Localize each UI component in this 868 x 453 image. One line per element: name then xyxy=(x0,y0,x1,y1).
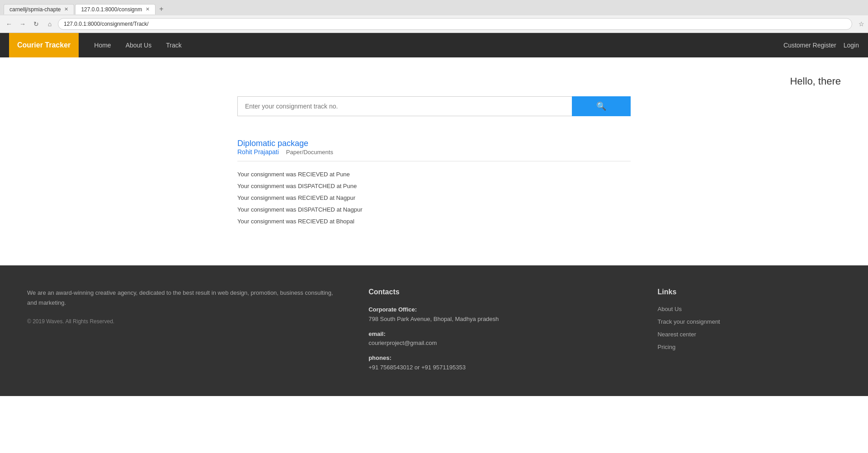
footer-link-pricing[interactable]: Pricing xyxy=(657,344,675,350)
list-item: Your consignment was RECIEVED at Nagpur xyxy=(237,192,631,204)
footer-link-nearest-center[interactable]: Nearest center xyxy=(657,331,696,338)
back-button[interactable]: ← xyxy=(4,19,14,29)
reload-button[interactable]: ↻ xyxy=(31,19,42,29)
footer-about-text: We are an award-winning creative agency,… xyxy=(27,288,341,308)
navbar: Courier Tracker Home About Us Track Cust… xyxy=(0,33,868,57)
tab-bar: carnellj/spmia-chapte ✕ 127.0.0.1:8000/c… xyxy=(0,0,868,15)
new-tab-button[interactable]: + xyxy=(156,5,166,13)
navbar-right: Customer Register Login xyxy=(783,42,859,49)
tab-inactive[interactable]: carnellj/spmia-chapte ✕ xyxy=(4,4,74,14)
list-item: Your consignment was RECIEVED at Bhopal xyxy=(237,216,631,227)
phone-info: phones: +91 7568543012 or +91 9571195353 xyxy=(368,354,630,373)
nav-home[interactable]: Home xyxy=(88,33,117,57)
search-input[interactable] xyxy=(237,96,572,116)
footer-link-about-us[interactable]: About Us xyxy=(657,306,681,312)
customer-register-link[interactable]: Customer Register xyxy=(783,42,836,49)
package-type: Paper/Documents xyxy=(286,149,333,156)
footer-contacts: Contacts Corporate Office: 798 South Par… xyxy=(368,288,630,378)
list-item: Nearest center xyxy=(657,330,841,338)
tracking-events: Your consignment was RECIEVED at PuneYou… xyxy=(237,169,631,227)
search-icon: 🔍 xyxy=(596,101,606,111)
main-content: Hello, there 🔍 Diplomatic package Rohit … xyxy=(0,57,868,265)
footer-about: We are an award-winning creative agency,… xyxy=(27,288,341,378)
footer-links-list: About UsTrack your consignmentNearest ce… xyxy=(657,305,841,350)
results-container: Diplomatic package Rohit Prajapati Paper… xyxy=(237,139,631,227)
forward-button[interactable]: → xyxy=(17,19,28,29)
links-title: Links xyxy=(657,288,841,296)
list-item: About Us xyxy=(657,305,841,312)
home-button[interactable]: ⌂ xyxy=(44,19,55,29)
nav-about[interactable]: About Us xyxy=(119,33,158,57)
office-address: Corporate Office: 798 South Park Avenue,… xyxy=(368,305,630,324)
package-subtitle: Rohit Prajapati Paper/Documents xyxy=(237,148,631,161)
browser-chrome: carnellj/spmia-chapte ✕ 127.0.0.1:8000/c… xyxy=(0,0,868,33)
email-info: email: courierproject@gmail.com xyxy=(368,330,630,349)
address-bar: ← → ↻ ⌂ ☆ xyxy=(0,15,868,33)
tab-close-active-icon[interactable]: ✕ xyxy=(146,6,150,12)
package-sender: Rohit Prajapati xyxy=(237,148,279,156)
contacts-title: Contacts xyxy=(368,288,630,296)
navbar-links: Home About Us Track xyxy=(88,33,783,57)
list-item: Your consignment was DISPATCHED at Pune xyxy=(237,180,631,192)
url-bar[interactable] xyxy=(58,18,852,30)
package-title[interactable]: Diplomatic package xyxy=(237,139,308,148)
footer: We are an award-winning creative agency,… xyxy=(0,265,868,396)
list-item: Pricing xyxy=(657,343,841,350)
list-item: Your consignment was DISPATCHED at Nagpu… xyxy=(237,204,631,216)
footer-link-track-consignment[interactable]: Track your consignment xyxy=(657,318,720,325)
footer-copyright: © 2019 Waves. All Rights Reserved. xyxy=(27,317,341,326)
search-button[interactable]: 🔍 xyxy=(572,96,631,116)
navbar-brand[interactable]: Courier Tracker xyxy=(9,33,79,57)
list-item: Your consignment was RECIEVED at Pune xyxy=(237,169,631,180)
login-link[interactable]: Login xyxy=(844,42,859,49)
footer-links: Links About UsTrack your consignmentNear… xyxy=(657,288,841,378)
list-item: Track your consignment xyxy=(657,318,841,325)
tab-close-icon[interactable]: ✕ xyxy=(64,6,68,12)
nav-track[interactable]: Track xyxy=(160,33,188,57)
greeting-text: Hello, there xyxy=(9,76,859,87)
browser-toolbar-icons: ☆ xyxy=(859,20,864,28)
search-bar: 🔍 xyxy=(237,96,631,116)
bookmark-icon: ☆ xyxy=(859,20,864,28)
tab-active[interactable]: 127.0.0.1:8000/consignm ✕ xyxy=(75,4,156,14)
